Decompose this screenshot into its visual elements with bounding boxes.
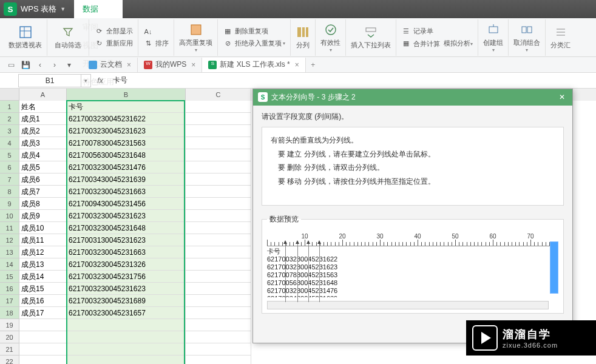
cell[interactable] [186, 258, 251, 271]
cell[interactable]: 6217003230045231756 [67, 271, 186, 283]
row-header-1[interactable]: 1 [0, 101, 19, 113]
row-header-3[interactable]: 3 [0, 125, 19, 137]
cell[interactable]: 卡号 [67, 101, 186, 113]
tab-close-icon[interactable]: × [191, 61, 195, 69]
col-header-A[interactable]: A [19, 89, 67, 101]
cell[interactable]: 6217003230045231663 [67, 246, 186, 258]
cell[interactable]: 6217003130045231623 [67, 234, 186, 246]
name-box-dropdown-icon[interactable]: ▾ [81, 74, 91, 87]
cell[interactable]: 成员12 [19, 246, 67, 258]
tab-add-icon[interactable]: + [306, 61, 320, 69]
ribbon-sort-asc[interactable]: A↓ [143, 25, 169, 38]
cell[interactable] [186, 101, 251, 113]
row-header-2[interactable]: 2 [0, 113, 19, 125]
cell[interactable] [186, 319, 251, 331]
cell[interactable] [67, 319, 186, 331]
dialog-ruler[interactable]: 10203040506070 [267, 231, 558, 246]
cell[interactable]: 成员4 [19, 149, 67, 161]
ribbon-sort[interactable]: ⇅排序 [143, 38, 169, 50]
menu-数据[interactable]: 数据 [74, 0, 123, 18]
dialog-preview[interactable]: 卡号62170032300452316226217003230045231623… [267, 248, 558, 297]
cell[interactable] [186, 125, 251, 137]
row-header-20[interactable]: 20 [0, 331, 19, 343]
cell[interactable]: 成员9 [19, 210, 67, 222]
cell[interactable]: 6217003230045231623 [67, 283, 186, 295]
cell[interactable]: 6217003230045231663 [67, 186, 186, 198]
cell[interactable] [67, 331, 186, 343]
row-header-5[interactable]: 5 [0, 149, 19, 161]
cell[interactable]: 6217003230045231623 [67, 210, 186, 222]
ribbon-highlight-dup[interactable]: 高亮重复项▾ [174, 19, 218, 56]
cell[interactable]: 6217003230045231622 [67, 113, 186, 125]
ribbon-subtotal[interactable]: 分类汇 [546, 19, 575, 56]
ribbon-pivot[interactable]: 数据透视表 [4, 19, 47, 56]
cell[interactable] [19, 356, 67, 364]
col-header-B[interactable]: B [67, 89, 186, 101]
column-break-line[interactable] [285, 241, 286, 302]
cell[interactable] [186, 210, 251, 222]
cell[interactable] [186, 161, 251, 174]
cell[interactable] [186, 343, 251, 356]
cell[interactable]: 6217003230045231648 [67, 222, 186, 234]
cell[interactable] [186, 198, 251, 210]
ribbon-ungroup[interactable]: 取消组合▾ [509, 19, 546, 56]
ribbon-whatif[interactable]: 模拟分析▾ [444, 39, 473, 48]
col-header-C[interactable]: C [186, 89, 251, 101]
cell[interactable]: 成员10 [19, 222, 67, 234]
row-header-7[interactable]: 7 [0, 174, 19, 186]
cell[interactable] [186, 222, 251, 234]
cell[interactable] [186, 356, 251, 364]
ribbon-autofilter[interactable]: 自动筛选 [52, 19, 84, 56]
cell[interactable]: 6217003230045231657 [67, 307, 186, 319]
cell[interactable]: 成员3 [19, 137, 67, 149]
cell[interactable]: 成员6 [19, 174, 67, 186]
cell[interactable] [186, 113, 251, 125]
cell[interactable]: 成员1 [19, 113, 67, 125]
row-header-4[interactable]: 4 [0, 137, 19, 149]
cell[interactable] [67, 356, 186, 364]
ribbon-remove-dup[interactable]: ▦删除重复项 [223, 25, 285, 38]
fx-icon[interactable]: fx [91, 76, 109, 85]
ribbon-reapply[interactable]: ↻重新应用 [94, 38, 133, 50]
row-header-12[interactable]: 12 [0, 234, 19, 246]
row-header-22[interactable]: 22 [0, 356, 19, 364]
row-header-15[interactable]: 15 [0, 271, 19, 283]
cell[interactable] [186, 271, 251, 283]
column-break-line[interactable] [319, 241, 320, 302]
cell[interactable]: 6217003230045231623 [67, 125, 186, 137]
qat-next-icon[interactable]: › [47, 58, 62, 72]
row-header-9[interactable]: 9 [0, 198, 19, 210]
ribbon-reject-dup[interactable]: ⊘拒绝录入重复项▾ [223, 38, 285, 50]
doc-tab[interactable]: W我的WPS× [138, 58, 202, 72]
cell[interactable]: 6217003430045231639 [67, 174, 186, 186]
cell[interactable]: 成员8 [19, 198, 67, 210]
row-header-21[interactable]: 21 [0, 343, 19, 356]
cell[interactable]: 成员11 [19, 234, 67, 246]
cell[interactable]: 成员16 [19, 295, 67, 307]
cell[interactable] [186, 149, 251, 161]
cell[interactable] [186, 174, 251, 186]
row-header-14[interactable]: 14 [0, 258, 19, 271]
cell[interactable]: 6217003230045231326 [67, 258, 186, 271]
cell[interactable] [186, 186, 251, 198]
row-header-6[interactable]: 6 [0, 161, 19, 174]
cell[interactable]: 6217007830045231563 [67, 137, 186, 149]
cell[interactable]: 6217003230045231689 [67, 295, 186, 307]
row-header-19[interactable]: 19 [0, 319, 19, 331]
ribbon-group-btn[interactable]: 创建组▾ [478, 19, 509, 56]
formula-input[interactable]: 卡号 [109, 75, 596, 86]
name-box[interactable]: B1 [18, 74, 81, 87]
cell[interactable]: 6217009430045231456 [67, 198, 186, 210]
row-header-8[interactable]: 8 [0, 186, 19, 198]
cell[interactable] [186, 246, 251, 258]
ribbon-showall[interactable]: ⟳全部显示 [94, 25, 133, 38]
cell[interactable]: 姓名 [19, 101, 67, 113]
qat-prev-icon[interactable]: ‹ [33, 58, 47, 72]
cell[interactable] [186, 331, 251, 343]
cell[interactable]: 6217003230045231476 [67, 161, 186, 174]
doc-tab[interactable]: 云文档× [83, 58, 138, 72]
row-header-10[interactable]: 10 [0, 210, 19, 222]
cell[interactable]: 成员13 [19, 258, 67, 271]
dialog-close-icon[interactable]: ✕ [557, 92, 567, 103]
cell[interactable]: 6217005630045231648 [67, 149, 186, 161]
